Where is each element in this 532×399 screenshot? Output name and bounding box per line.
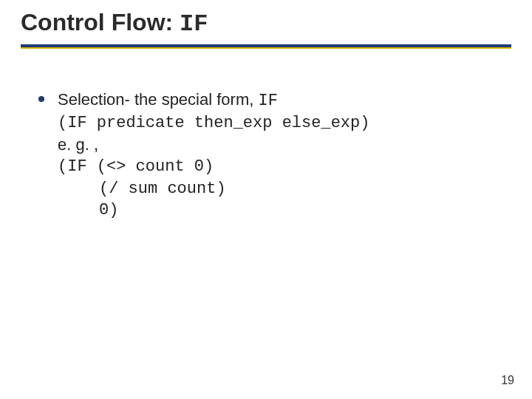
code-line-3: (/ sum count) bbox=[58, 178, 502, 200]
bullet-item: Selection- the special form, IF (IF pred… bbox=[38, 89, 502, 222]
bullet-first-line: Selection- the special form, IF bbox=[58, 89, 502, 112]
title-code: IF bbox=[180, 10, 208, 38]
title-rule bbox=[21, 44, 511, 49]
title-text: Control Flow: bbox=[21, 9, 180, 35]
content-area: Selection- the special form, IF (IF pred… bbox=[38, 89, 502, 222]
page-number: 19 bbox=[501, 374, 514, 387]
bullet-lead-text: Selection- the special form, bbox=[58, 90, 258, 109]
bullet-body: Selection- the special form, IF (IF pred… bbox=[58, 89, 502, 222]
slide-title: Control Flow: IF bbox=[21, 9, 208, 38]
slide: Control Flow: IF Selection- the special … bbox=[0, 0, 532, 399]
code-line-4: 0) bbox=[58, 200, 502, 222]
code-line-1: (IF predicate then_exp else_exp) bbox=[58, 112, 502, 134]
code-line-2: (IF (<> count 0) bbox=[58, 156, 502, 178]
eg-line: e. g. , bbox=[58, 134, 502, 156]
bullet-lead-code: IF bbox=[258, 92, 277, 110]
bullet-icon bbox=[38, 96, 44, 102]
